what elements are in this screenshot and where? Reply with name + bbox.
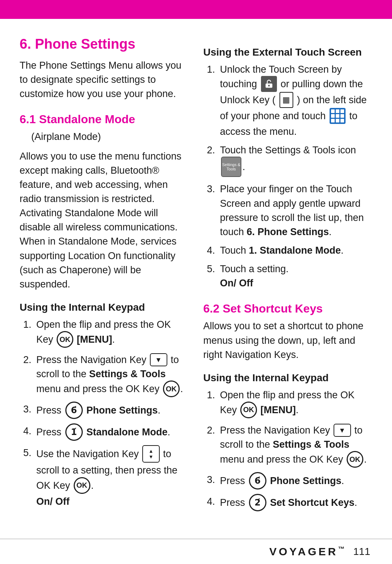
internal-keypad-head-2: Using the Internal Keypad [203,372,372,384]
nav-updown-icon-1 [142,445,160,463]
right-step-4: 4. Touch 1. Standalone Mode. [207,243,372,258]
right-column: Using the External Touch Screen 1. Unloc… [203,36,372,516]
page-number: 111 [353,546,370,557]
unlock-key-icon: ▦ [279,92,293,108]
shortcut-subtitle: 6.2 Set Shortcut Keys [203,302,372,315]
unlock-touch-icon [261,76,277,92]
ok-icon-3: OK [74,477,90,494]
left-steps: 1. Open the flip and press the OK Key OK… [23,318,189,509]
ext-touch-head: Using the External Touch Screen [203,47,372,58]
grid-icon [330,108,346,124]
ok-icon-5: OK [347,451,363,468]
right-step-5: 5. Touch a setting. On/ Off [207,262,372,290]
num6-icon-2: 6́ [249,472,266,490]
left-step-2: 2. Press the Navigation Key to scroll to… [23,353,189,398]
nav-down-icon-2 [334,424,351,437]
right-steps-1: 1. Unlock the Touch Screen by touching o… [207,63,372,290]
ok-icon-4: OK [240,402,257,418]
brand-name: VOYAGER™ [269,545,347,558]
num6-icon-1: 6́ [65,402,83,419]
settings-tools-icon: Settings & Tools [221,157,241,177]
ok-icon-2: OK [163,380,180,397]
airplane-text: (Airplane Mode) [20,130,189,144]
ok-icon-1: OK [57,331,73,348]
description-text: Allows you to use the menu functions exc… [20,149,189,291]
right-step2-2: 2. Press the Navigation Key to scroll to… [207,423,372,468]
left-step-5: 5. Use the Navigation Key to scroll to a… [23,446,189,508]
shortcut-intro: Allows you to set a shortcut to phone me… [203,319,372,362]
intro-text: The Phone Settings Menu allows you to de… [20,59,189,101]
svg-point-1 [268,85,270,86]
right-step2-4: 4. Press 2́ Set Shortcut Keys. [207,495,372,512]
section-title: 6. Phone Settings [20,36,189,52]
standalone-subtitle: 6.1 Standalone Mode [20,113,189,126]
num1-icon-1: 1́ [65,423,83,441]
left-step-3: 3. Press 6́ Phone Settings. [23,402,189,420]
num2-icon-1: 2́ [249,494,266,511]
left-step-4: 4. Press 1́ Standalone Mode. [23,424,189,442]
right-step-1: 1. Unlock the Touch Screen by touching o… [207,63,372,139]
right-step-3: 3. Place your finger on the Touch Screen… [207,182,372,239]
nav-down-icon-1 [150,353,167,366]
right-step2-1: 1. Open the flip and press the OK Key OK… [207,388,372,419]
right-steps-2: 1. Open the flip and press the OK Key OK… [207,388,372,512]
right-step2-3: 3. Press 6́ Phone Settings. [207,473,372,490]
footer: VOYAGER™ 111 [0,539,392,564]
right-step-2: 2. Touch the Settings & Tools icon Setti… [207,143,372,178]
left-step-1: 1. Open the flip and press the OK Key OK… [23,318,189,349]
left-column: 6. Phone Settings The Phone Settings Men… [20,36,189,516]
top-bar [0,0,392,19]
internal-keypad-head: Using the Internal Keypad [20,302,189,313]
